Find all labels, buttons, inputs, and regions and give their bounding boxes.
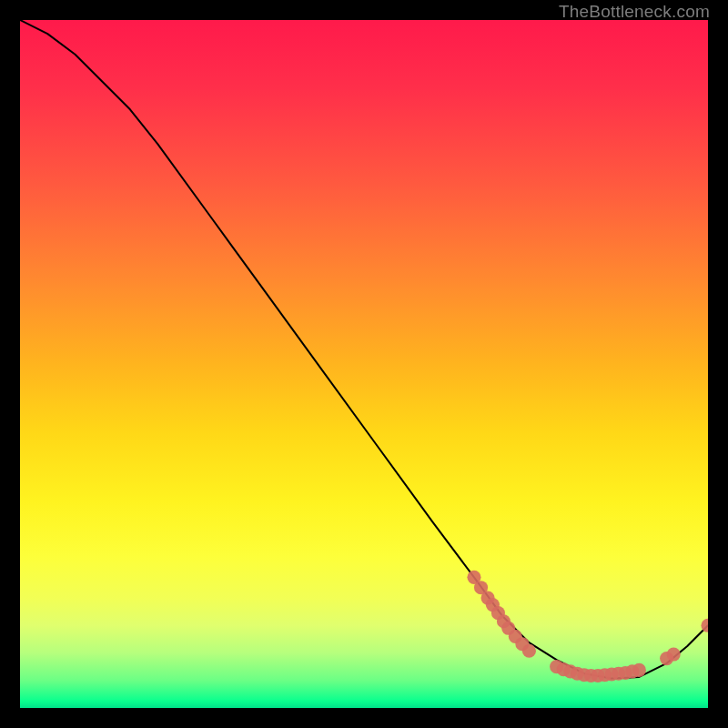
series-curve xyxy=(20,20,708,678)
marker-cluster xyxy=(667,647,681,661)
marker-cluster xyxy=(632,663,646,677)
marker-cluster xyxy=(522,644,536,658)
chart-svg xyxy=(20,20,708,708)
plot-area xyxy=(20,20,708,708)
figure: TheBottleneck.com xyxy=(0,0,728,728)
watermark-text: TheBottleneck.com xyxy=(559,2,710,22)
